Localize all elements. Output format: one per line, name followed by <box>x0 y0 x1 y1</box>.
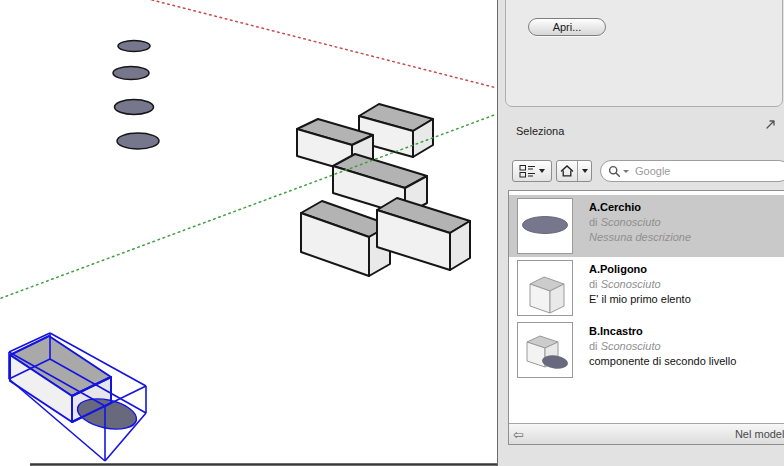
boxes-group <box>297 104 470 276</box>
back-arrow-icon[interactable]: ⇦ <box>513 428 524 441</box>
box-thumb-icon <box>518 261 572 315</box>
component-thumbnail <box>517 198 573 254</box>
ellipse-thumb-icon <box>518 199 572 253</box>
component-name: A.Cerchio <box>589 200 691 215</box>
open-button[interactable]: Apri... <box>528 18 606 36</box>
component-name: A.Poligono <box>589 262 691 277</box>
ellipse-stack <box>113 41 159 150</box>
list-item-incastro[interactable]: B.Incastro di Sconosciuto componente di … <box>509 319 784 381</box>
view-options-caret-icon <box>539 169 545 173</box>
list-item-poligono[interactable]: A.Poligono di Sconosciuto E' il mio prim… <box>509 257 784 319</box>
component-info-groupbox: (Componente interno) Apri... <box>505 0 783 107</box>
box-ellipse-thumb-icon <box>518 323 572 377</box>
component-author: Sconosciuto <box>601 340 661 352</box>
pane-grow-icon[interactable] <box>765 118 777 130</box>
search-input[interactable] <box>635 165 765 177</box>
home-menu-button[interactable] <box>578 161 591 181</box>
component-description: E' il mio primo elento <box>589 292 691 307</box>
search-scope-caret-icon[interactable] <box>623 170 629 173</box>
component-author: Sconosciuto <box>601 278 661 290</box>
in-model-label: Nel modello <box>735 428 784 440</box>
scene-3d-svg[interactable] <box>0 0 497 466</box>
home-split-button <box>556 160 592 182</box>
home-menu-caret-icon <box>582 169 588 173</box>
home-button[interactable] <box>557 161 578 181</box>
component-name: B.Incastro <box>589 324 736 339</box>
component-thumbnail <box>517 260 573 316</box>
select-section-title: Seleziona <box>516 125 564 137</box>
list-view-icon <box>519 164 536 179</box>
component-description: Nessuna descrizione <box>589 230 691 245</box>
by-prefix: di <box>589 340 598 352</box>
selected-component <box>9 333 146 461</box>
components-panel: (Componente interno) Apri... Seleziona <box>498 0 784 466</box>
component-author: Sconosciuto <box>601 216 661 228</box>
by-prefix: di <box>589 278 598 290</box>
component-description: componente di secondo livello <box>589 354 736 369</box>
by-prefix: di <box>589 216 598 228</box>
search-field-wrap <box>600 160 784 182</box>
component-thumbnail <box>517 322 573 378</box>
modeling-viewport[interactable] <box>0 0 497 466</box>
red-axis-dotted <box>152 0 497 88</box>
list-status-bar: ⇦ Nel modello <box>509 423 784 444</box>
search-icon[interactable] <box>608 165 621 178</box>
component-list: A.Cerchio di Sconosciuto Nessuna descriz… <box>508 190 784 445</box>
list-item-cerchio[interactable]: A.Cerchio di Sconosciuto Nessuna descriz… <box>509 195 784 257</box>
home-icon <box>560 164 574 178</box>
view-options-button[interactable] <box>512 160 552 182</box>
